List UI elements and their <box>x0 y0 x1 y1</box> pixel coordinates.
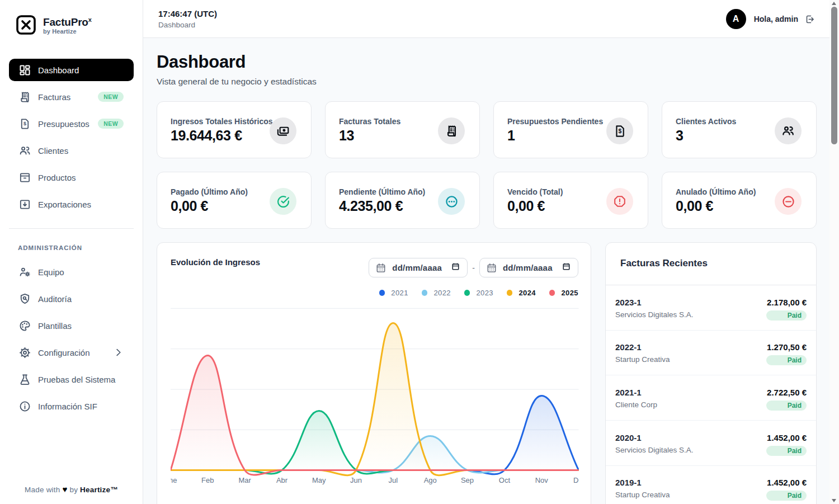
svg-text:Feb: Feb <box>201 476 214 484</box>
svg-text:$: $ <box>618 128 621 134</box>
svg-text:Dic: Dic <box>573 476 579 484</box>
svg-text:$: $ <box>23 121 26 126</box>
svg-text:Sep: Sep <box>461 476 474 484</box>
svg-text:Nov: Nov <box>535 476 549 484</box>
svg-text:Mar: Mar <box>238 476 251 484</box>
svg-text:Ago: Ago <box>424 476 437 484</box>
svg-text:Abr: Abr <box>276 476 288 484</box>
svg-text:Oct: Oct <box>499 476 511 484</box>
svg-text:Ene: Ene <box>171 476 177 484</box>
svg-text:Jul: Jul <box>389 476 398 484</box>
svg-text:Jun: Jun <box>350 476 362 484</box>
svg-text:May: May <box>312 476 326 484</box>
